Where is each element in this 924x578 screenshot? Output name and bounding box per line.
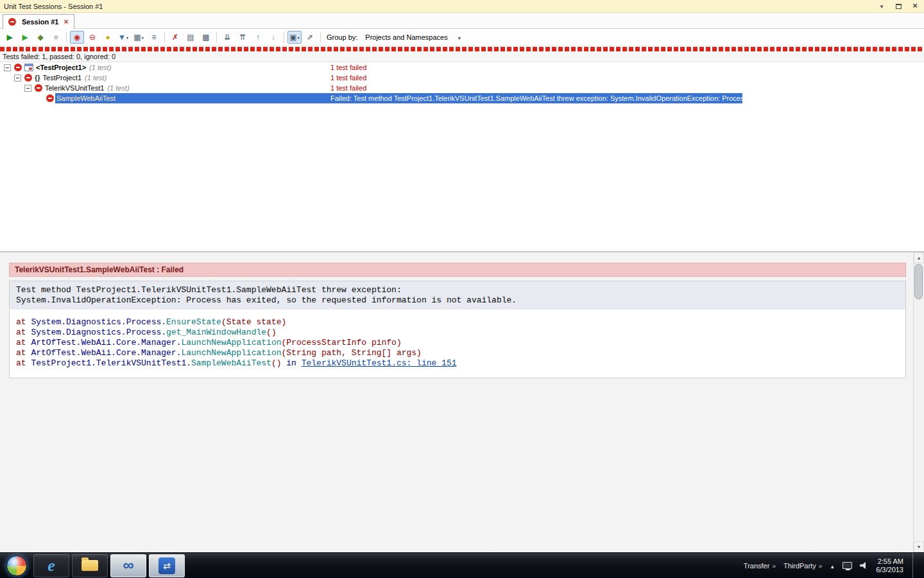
speaker-icon[interactable] [860,562,868,570]
run-selected-tests-button[interactable]: ▶ [18,31,32,44]
tray-toolbar-thirdparty[interactable]: ThirdParty [783,562,822,570]
session-tab-strip: Session #1 × [0,13,924,29]
stack-trace: at System.Diagnostics.Process.EnsureStat… [10,310,905,378]
stack-segment: LaunchNewApplication [181,338,281,347]
filter-button[interactable]: ▼▾ [116,31,130,44]
window-menu-button[interactable] [877,2,887,11]
export-results-button[interactable]: ▤ [184,31,198,44]
group-by: Group by: Projects and Namespaces [327,32,465,42]
dropdown-caret-icon: ▾ [142,35,144,40]
clock-date: 6/3/2013 [876,566,903,574]
taskbar-app-button[interactable] [149,554,185,577]
taskbar-file-explorer-button[interactable] [72,554,108,577]
stack-segment: ArtOfTest.WebAii.Core.Manager. [31,338,181,347]
exception-message: Test method TestProject1.TelerikVSUnitTe… [10,281,905,310]
float-window-icon [896,4,902,9]
toolbar-separator [66,32,67,42]
taskbar-clock[interactable]: 2:55 AM 6/3/2013 [876,557,903,574]
source-file-link[interactable]: TelerikVSUnitTest1.cs: line 151 [302,358,457,368]
tree-row-content: <TestProject1>(1 test) [4,62,111,73]
internet-explorer-icon [47,556,55,575]
run-all-tests-button[interactable]: ▶ [3,31,17,44]
stop-tests-button: ■ [49,31,63,44]
sort-icon: ≡ [151,33,156,41]
stack-trace-line: at System.Diagnostics.Process.get_MainWi… [16,328,899,338]
stack-segment: get_MainWindowHandle [166,328,266,337]
stack-segment: at [16,328,31,337]
tree-expander[interactable] [24,85,31,92]
expand-all-button[interactable]: ⇊ [220,31,234,44]
run-all-tests-icon: ▶ [6,33,12,41]
previous-failed-test-button[interactable]: ↑ [251,31,265,44]
tray-toolbar-label: ThirdParty [783,562,816,570]
group-button[interactable]: ▦▾ [132,31,146,44]
stack-segment: LaunchNewApplication [181,348,281,358]
debug-tests-button[interactable]: ◆ [33,31,47,44]
chevron-down-icon [880,3,884,10]
window-titlebar: Unit Test Sessions - Session #1 [0,0,924,13]
folder-icon [81,560,98,571]
exception-message-line: Test method TestProject1.TelerikVSUnitTe… [16,285,899,295]
tree-expander[interactable] [4,64,11,71]
toolbar-separator [164,32,165,42]
stack-segment: ArtOfTest.WebAii.Core.Manager. [31,348,181,358]
open-output-button[interactable]: ⇗ [303,31,317,44]
test-tree-row[interactable]: {}TestProject1(1 test)1 test failed [0,73,924,83]
toolbar-separator [320,32,321,42]
close-window-button[interactable] [910,2,920,11]
group-by-select[interactable]: Projects and Namespaces [361,32,464,42]
scroll-down-button[interactable] [914,541,924,552]
scrollbar-thumb[interactable] [914,264,923,299]
stack-segment: EnsureState [166,317,221,327]
scroll-up-button[interactable] [914,252,924,263]
float-window-button[interactable] [893,2,903,11]
titlebar-controls [877,2,920,11]
stack-segment: (ProcessStartInfo pinfo) [281,338,401,347]
dropdown-caret-icon: ▾ [126,35,128,40]
taskbar-app-button[interactable] [110,554,146,577]
stack-segment: at [16,338,31,347]
window-title: Unit Test Sessions - Session #1 [4,3,103,10]
infinity-app-icon [123,559,133,573]
vertical-scrollbar[interactable] [913,252,924,552]
test-status-text: Failed: Test method TestProject1.Telerik… [330,93,742,103]
next-failed-test-button[interactable]: ↓ [266,31,280,44]
start-button[interactable] [6,556,27,576]
clock-time: 2:55 AM [876,557,903,566]
group-by-value: Projects and Namespaces [365,33,447,41]
close-tab-icon[interactable]: × [64,19,68,25]
tab-session-1[interactable]: Session #1 × [3,14,74,29]
tree-expander[interactable] [14,74,21,82]
tray-toolbar-transfer[interactable]: Transfer [744,562,776,570]
stop-tests-icon: ■ [53,33,58,41]
remove-session-button[interactable]: ✗ [168,31,182,44]
failed-status-icon [24,74,32,82]
show-desktop-button[interactable] [912,553,919,578]
stack-segment: System.Diagnostics.Process. [31,317,166,327]
test-status-filter-button[interactable]: ◉ [70,31,84,44]
test-tree-row[interactable]: SampleWebAiiTestFailed: Test method Test… [0,93,924,103]
remove-session-icon: ✗ [172,33,178,41]
stack-trace-line: at ArtOfTest.WebAii.Core.Manager.LaunchN… [16,338,899,348]
test-node-label: SampleWebAiiTest [56,93,116,103]
dropdown-caret-icon: ▾ [298,35,300,40]
stack-trace-line: at ArtOfTest.WebAii.Core.Manager.LaunchN… [16,348,899,358]
taskbar-internet-explorer-button[interactable] [33,554,69,577]
test-tree: <TestProject1>(1 test)1 test failed{}Tes… [0,62,924,251]
test-output-content: TelerikVSUnitTest1.SampleWebAiiTest : Fa… [0,252,913,552]
sort-button[interactable]: ≡ [147,31,161,44]
failed-tests-filter-button[interactable]: ⊖ [85,31,99,44]
collapse-all-button[interactable]: ⇈ [235,31,250,44]
test-tree-row[interactable]: <TestProject1>(1 test)1 test failed [0,62,924,73]
output-options-button[interactable]: ▣▾ [287,31,302,44]
network-icon[interactable] [843,562,852,569]
test-tree-row[interactable]: TelerikVSUnitTest1(1 test)1 test failed [0,83,924,93]
copy-results-button[interactable]: ▩ [199,31,213,44]
show-hidden-icons-button[interactable] [830,562,835,570]
group-icon: ▦ [133,33,141,41]
stack-segment: TestProject1.TelerikVSUnitTest1. [31,358,191,368]
tab-label: Session #1 [22,18,58,26]
test-node-label: <TestProject1> [36,62,86,73]
test-node-label: TelerikVSUnitTest1 [45,83,104,93]
ignored-tests-filter-button[interactable]: ● [101,31,115,44]
